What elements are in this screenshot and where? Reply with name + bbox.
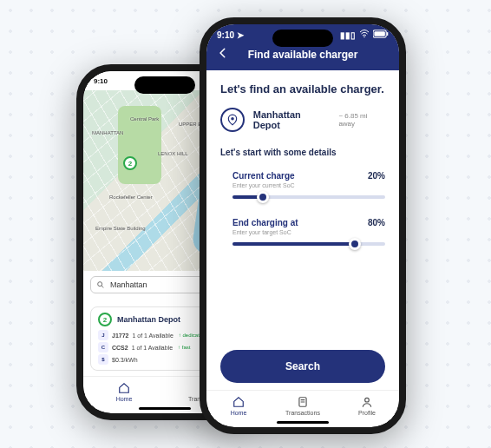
search-icon [96,280,105,289]
map-label-lenox: LENOX HILL [158,151,188,156]
depot-name: Manhattan Depot [117,315,180,324]
connector-code: CCS2 [112,345,128,351]
document-icon [297,396,309,408]
connector-code: J1772 [112,333,128,339]
nav-profile-label: Profile [358,410,376,416]
location-name: Manhattan Depot [253,109,331,130]
connector-status: 1 of 1 Available [132,345,173,351]
slider-track[interactable] [232,242,385,246]
svg-point-9 [231,117,234,121]
slider-thumb[interactable] [349,238,361,250]
status-time: 9:10 ➤ [217,30,244,40]
map-label-empire: Empire State Building [95,226,146,231]
home-icon [232,396,245,408]
bottom-nav: Home Transactions Profile [206,390,399,419]
target-charge-slider[interactable]: End charging at 80% Enter your target So… [220,218,385,246]
connector-badge-icon: J [98,330,108,340]
phone-notch [272,30,333,47]
profile-icon [361,396,373,408]
header-title: Find available charger [238,49,368,61]
target-charge-value: 80% [368,218,385,227]
target-charge-label: End charging at [232,218,298,227]
current-charge-slider[interactable]: Current charge 20% Enter your current So… [220,171,385,199]
svg-point-5 [363,36,365,38]
arrow-left-icon [217,47,229,59]
nav-transactions-label: Transactions [285,410,320,416]
map-pin-count: 2 [128,160,132,168]
slider-thumb[interactable] [257,191,269,203]
depot-pin-icon: 2 [98,313,112,326]
price-icon: $ [98,354,108,365]
location-row[interactable]: Manhattan Depot ~ 6.85 mi away [220,108,385,132]
connector-badge-icon: C [98,342,108,352]
phone-notch [134,76,195,94]
search-value: Manhattan [110,280,147,289]
page-headline: Let's find an available charger. [220,82,385,96]
location-distance: ~ 6.85 mi away [338,112,385,128]
home-indicator [139,407,191,410]
nav-home[interactable]: Home [206,396,271,416]
location-pin-icon [220,108,245,132]
svg-point-0 [98,282,102,287]
phone-find-charger: 9:10 ➤ ▮▮▯ Find available charger [200,17,406,434]
back-button[interactable] [217,47,229,62]
target-charge-sublabel: Enter your target SoC [232,229,385,235]
map-label-rockefeller: Rockefeller Center [109,194,153,200]
status-right: ▮▮▯ [340,30,389,40]
map-pin[interactable]: 2 [123,156,137,170]
current-charge-sublabel: Enter your current SoC [232,182,385,188]
nav-home-label: Home [116,396,133,402]
home-icon [118,382,130,394]
current-charge-value: 20% [368,171,385,181]
nav-home[interactable]: Home [83,382,165,402]
nav-home-label: Home [231,410,247,416]
home-indicator [277,421,329,424]
price-value: $0.3/kWh [112,357,138,363]
svg-line-1 [101,286,103,287]
details-header: Let's start with some details [220,148,385,157]
search-button[interactable]: Search [220,350,385,383]
current-charge-label: Current charge [232,171,295,181]
signal-icon: ▮▮▯ [340,30,356,40]
battery-icon [373,30,389,40]
connector-tag: ↑ fast [178,345,190,350]
svg-rect-7 [374,31,384,36]
nav-transactions[interactable]: Transactions [271,396,335,416]
status-time: 9:10 [94,77,108,85]
phone-find-charger-screen: 9:10 ➤ ▮▮▯ Find available charger [206,24,399,427]
wifi-icon [359,30,370,40]
map-label-manhattan: MANHATTAN [92,130,123,135]
depot-pin-number: 2 [103,316,107,324]
slider-track[interactable] [232,195,385,199]
connector-status: 1 of 1 Available [132,333,173,339]
nav-profile[interactable]: Profile [335,396,399,416]
svg-rect-8 [387,32,388,36]
slider-fill [232,242,355,246]
map-label-central-park: Central Park [130,116,159,122]
svg-point-13 [365,398,370,402]
